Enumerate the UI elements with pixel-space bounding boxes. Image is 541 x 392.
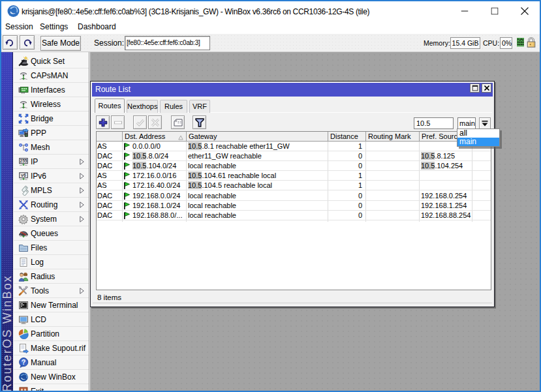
svg-text:255: 255 [20,158,27,163]
svg-text:v6: v6 [21,173,26,177]
svg-text:?: ? [22,358,25,366]
